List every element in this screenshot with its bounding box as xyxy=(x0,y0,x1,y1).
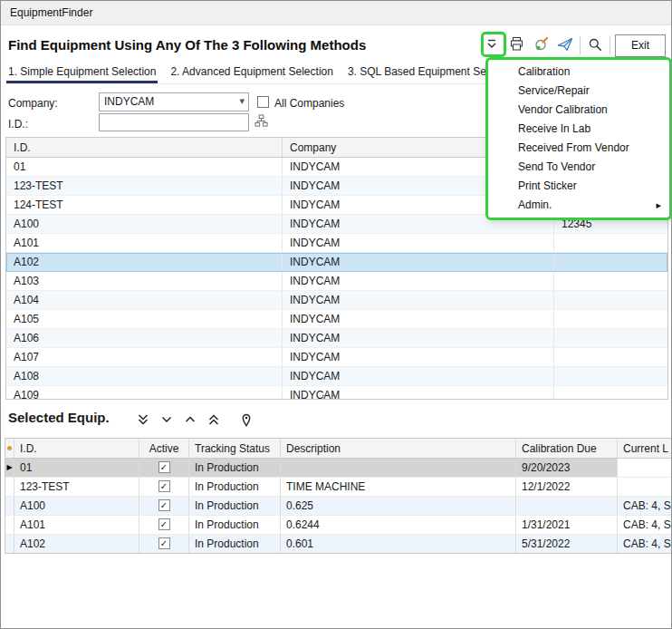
cell-tracking-status: In Production xyxy=(189,459,281,477)
marker-dot-icon xyxy=(7,446,12,450)
cell-id: A100 xyxy=(14,497,139,515)
menu-item-vendor-calibration[interactable]: Vendor Calibration xyxy=(488,101,669,120)
chevron-up-icon xyxy=(183,412,197,430)
table-row[interactable]: A107INDYCAM xyxy=(6,348,667,367)
menu-item-send-to-vendor[interactable]: Send To Vendor xyxy=(488,158,669,177)
all-companies-label: All Companies xyxy=(274,97,344,110)
column-header-tracking-status[interactable]: Tracking Status xyxy=(189,439,281,458)
id-input[interactable] xyxy=(99,113,249,131)
search-button[interactable] xyxy=(585,34,605,56)
selected-equipment-table: I.D. Active Tracking Status Description … xyxy=(5,438,672,554)
cell-company: INDYCAM xyxy=(283,329,554,347)
tab-advanced-selection[interactable]: 2. Advanced Equipment Selection xyxy=(168,61,334,83)
send-button[interactable] xyxy=(555,34,575,56)
menu-item-calibration[interactable]: Calibration xyxy=(488,63,669,82)
move-up-button[interactable] xyxy=(180,411,200,431)
cell-active: ✓ xyxy=(139,516,189,534)
record-edit-button[interactable] xyxy=(531,34,551,56)
table-row[interactable]: A104INDYCAM xyxy=(6,291,667,310)
table-row[interactable]: 123-TEST ✓ In Production TIME MACHINE 12… xyxy=(5,478,672,497)
menu-item-received-from-vendor[interactable]: Received From Vendor xyxy=(488,139,669,158)
table-row[interactable]: A101 ✓ In Production 0.6244 1/31/2021 CA… xyxy=(5,516,672,535)
check-icon: ✓ xyxy=(160,519,168,529)
row-marker-cell xyxy=(5,516,14,534)
row-marker-cell: ▶ xyxy=(5,459,14,477)
cell-extra xyxy=(554,386,667,400)
column-header-description[interactable]: Description xyxy=(281,439,516,458)
selected-equipment-title: Selected Equip. xyxy=(8,410,110,425)
cell-id: A104 xyxy=(6,291,283,309)
cell-calibration-due: 5/31/2022 xyxy=(516,535,618,553)
cell-description: 0.601 xyxy=(281,535,516,553)
cell-calibration-due xyxy=(516,497,618,515)
cell-company: INDYCAM xyxy=(283,272,554,290)
table-row[interactable]: A106INDYCAM xyxy=(6,329,667,348)
active-checkbox[interactable]: ✓ xyxy=(158,537,170,549)
table-row[interactable]: A105INDYCAM xyxy=(6,310,667,329)
cell-company: INDYCAM xyxy=(283,253,554,271)
cell-description: 0.625 xyxy=(281,497,516,515)
chevron-down-icon: ▾ xyxy=(239,95,245,107)
menu-item-label: Service/Repair xyxy=(518,84,590,97)
check-icon: ✓ xyxy=(160,462,168,472)
column-header-id[interactable]: I.D. xyxy=(14,439,139,458)
cell-id: 124-TEST xyxy=(6,196,283,214)
menu-item-label: Admin. xyxy=(518,198,552,211)
location-button[interactable] xyxy=(236,411,256,431)
cell-extra xyxy=(554,348,667,366)
active-checkbox[interactable]: ✓ xyxy=(158,518,170,530)
move-down-button[interactable] xyxy=(157,411,177,431)
hierarchy-icon[interactable] xyxy=(254,114,268,131)
cell-id: A100 xyxy=(6,215,283,233)
menu-item-admin[interactable]: Admin.▸ xyxy=(488,196,669,215)
table-header-row: I.D. Active Tracking Status Description … xyxy=(5,439,672,459)
overflow-indicator[interactable]: ... xyxy=(322,385,337,399)
actions-dropdown-button[interactable] xyxy=(482,34,502,56)
table-row[interactable]: A100 ✓ In Production 0.625 CAB: 4, SH xyxy=(5,497,672,516)
double-chevron-down-icon xyxy=(136,412,150,430)
cell-tracking-status: In Production xyxy=(189,478,281,496)
table-row[interactable]: A102 ✓ In Production 0.601 5/31/2022 CAB… xyxy=(5,535,672,554)
table-row-selected[interactable]: ▶ 01 ✓ In Production 9/20/2023 xyxy=(5,459,672,478)
company-select[interactable]: INDYCAM ▾ xyxy=(99,92,249,111)
table-row[interactable]: A109INDYCAM xyxy=(6,386,667,400)
column-header-active[interactable]: Active xyxy=(139,439,189,458)
cell-current-location: CAB: 4, SH xyxy=(618,497,672,515)
table-row[interactable]: A103INDYCAM xyxy=(6,272,667,291)
cell-active: ✓ xyxy=(139,497,189,515)
active-checkbox[interactable]: ✓ xyxy=(158,480,170,492)
tab-simple-selection[interactable]: 1. Simple Equipment Selection xyxy=(6,61,158,83)
table-row[interactable]: A101INDYCAM xyxy=(6,234,667,253)
column-header-id[interactable]: I.D. xyxy=(6,138,283,157)
move-all-down-button[interactable] xyxy=(133,411,153,431)
menu-item-label: Send To Vendor xyxy=(518,160,595,173)
cell-id: A102 xyxy=(14,535,139,553)
cell-description: 0.6244 xyxy=(281,516,516,534)
menu-item-print-sticker[interactable]: Print Sticker xyxy=(488,177,669,196)
active-checkbox[interactable]: ✓ xyxy=(158,461,170,473)
menu-item-receive-in-lab[interactable]: Receive In Lab xyxy=(488,120,669,139)
cell-company: INDYCAM xyxy=(283,310,554,328)
column-header-current-location[interactable]: Current L xyxy=(618,439,672,458)
print-button[interactable] xyxy=(506,34,526,56)
cell-active: ✓ xyxy=(139,478,189,496)
cell-id: A101 xyxy=(14,516,139,534)
table-row-selected[interactable]: A102INDYCAM xyxy=(6,253,667,272)
column-header-calibration-due[interactable]: Calibration Due xyxy=(516,439,618,458)
table-row[interactable]: A108INDYCAM xyxy=(6,367,667,386)
actions-context-menu: Calibration Service/Repair Vendor Calibr… xyxy=(485,57,672,220)
cell-calibration-due: 1/31/2021 xyxy=(516,516,618,534)
cell-id: A101 xyxy=(6,234,283,252)
menu-item-label: Received From Vendor xyxy=(518,141,629,154)
cell-id: A105 xyxy=(6,310,283,328)
menu-item-service-repair[interactable]: Service/Repair xyxy=(488,82,669,101)
move-all-up-button[interactable] xyxy=(204,411,224,431)
exit-button[interactable]: Exit xyxy=(615,34,666,57)
record-edit-icon xyxy=(533,36,549,54)
menu-item-label: Vendor Calibration xyxy=(518,103,608,116)
company-label: Company: xyxy=(8,97,58,110)
all-companies-checkbox[interactable] xyxy=(257,96,269,108)
selected-equipment-toolbar xyxy=(133,411,256,431)
active-checkbox[interactable]: ✓ xyxy=(158,499,170,511)
cell-id: 123-TEST xyxy=(6,177,283,195)
